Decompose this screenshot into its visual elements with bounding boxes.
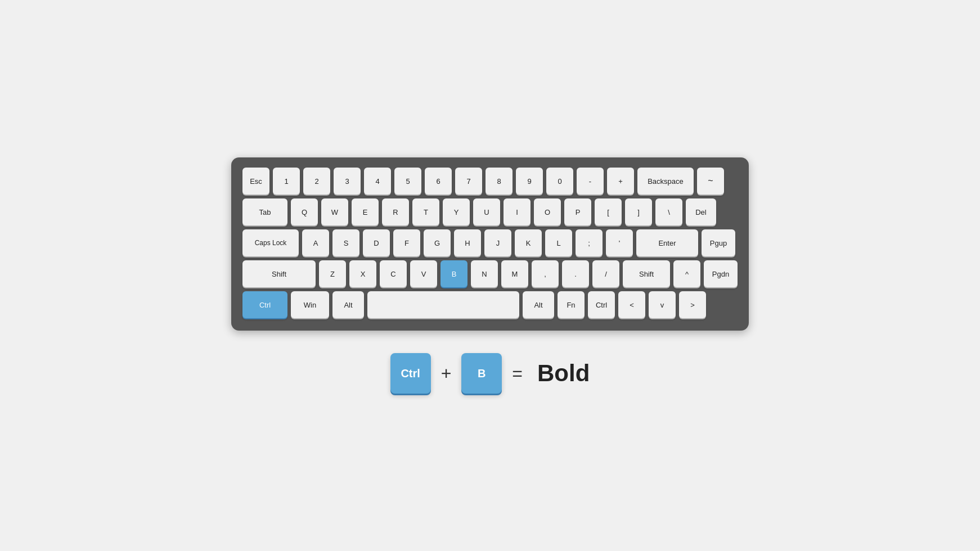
key-r[interactable]: R	[382, 198, 409, 225]
key->[interactable]: >	[679, 291, 706, 318]
key-/[interactable]: /	[592, 260, 619, 287]
key-n[interactable]: N	[471, 260, 498, 287]
key-1[interactable]: 1	[273, 168, 300, 195]
key-,[interactable]: ,	[532, 260, 559, 287]
key-a[interactable]: A	[302, 229, 329, 256]
key-k[interactable]: K	[515, 229, 542, 256]
key-z[interactable]: Z	[319, 260, 346, 287]
shortcut-label: Bold	[537, 360, 590, 387]
key-;[interactable]: ;	[576, 229, 603, 256]
key-s[interactable]: S	[332, 229, 359, 256]
key-.[interactable]: .	[562, 260, 589, 287]
key-3[interactable]: 3	[334, 168, 361, 195]
key-x[interactable]: X	[349, 260, 376, 287]
key-esc[interactable]: Esc	[242, 168, 269, 195]
key-space[interactable]	[367, 291, 519, 318]
key-ctrl[interactable]: Ctrl	[242, 291, 287, 318]
key-p[interactable]: P	[564, 198, 591, 225]
key-del[interactable]: Del	[686, 198, 716, 225]
key-caps-lock[interactable]: Caps Lock	[242, 229, 299, 256]
key-row-row3: Caps LockASDFGHJKL;'EnterPgup	[242, 229, 738, 256]
key-row-row2: TabQWERTYUIOP[]\Del	[242, 198, 738, 225]
key-^[interactable]: ^	[673, 260, 700, 287]
key-alt[interactable]: Alt	[332, 291, 364, 318]
key-c[interactable]: C	[380, 260, 407, 287]
key-t[interactable]: T	[412, 198, 439, 225]
key-~[interactable]: ~	[697, 168, 724, 195]
key-\[interactable]: \	[655, 198, 682, 225]
key-v[interactable]: v	[649, 291, 676, 318]
key-win[interactable]: Win	[291, 291, 329, 318]
key-'[interactable]: '	[606, 229, 633, 256]
shortcut-plus: +	[441, 363, 452, 384]
keyboard: Esc1234567890-+Backspace~TabQWERTYUIOP[]…	[231, 157, 749, 331]
key-[[interactable]: [	[595, 198, 622, 225]
key-b[interactable]: B	[440, 260, 467, 287]
key-alt[interactable]: Alt	[523, 291, 554, 318]
key-f[interactable]: F	[393, 229, 420, 256]
key-e[interactable]: E	[352, 198, 379, 225]
key-j[interactable]: J	[484, 229, 511, 256]
key-][interactable]: ]	[625, 198, 652, 225]
key-8[interactable]: 8	[485, 168, 513, 195]
key-0[interactable]: 0	[546, 168, 573, 195]
key-2[interactable]: 2	[303, 168, 330, 195]
key-pgup[interactable]: Pgup	[702, 229, 735, 256]
key-<[interactable]: <	[618, 291, 645, 318]
key-6[interactable]: 6	[425, 168, 452, 195]
key-o[interactable]: O	[534, 198, 561, 225]
key-backspace[interactable]: Backspace	[637, 168, 694, 195]
key-w[interactable]: W	[321, 198, 348, 225]
shortcut-equals: =	[512, 363, 523, 384]
keyboard-wrapper: Esc1234567890-+Backspace~TabQWERTYUIOP[]…	[231, 157, 749, 394]
key-tab[interactable]: Tab	[242, 198, 287, 225]
key-y[interactable]: Y	[443, 198, 470, 225]
key-v[interactable]: V	[410, 260, 437, 287]
key-enter[interactable]: Enter	[636, 229, 698, 256]
key-row-row4: ShiftZXCVBNM,./Shift^Pgdn	[242, 260, 738, 287]
key-pgdn[interactable]: Pgdn	[704, 260, 738, 287]
key-ctrl[interactable]: Ctrl	[588, 291, 615, 318]
shortcut-display: Ctrl + B = Bold	[390, 353, 590, 394]
key--[interactable]: -	[577, 168, 604, 195]
key-shift[interactable]: Shift	[242, 260, 316, 287]
key-d[interactable]: D	[363, 229, 390, 256]
key-row-row5: CtrlWinAltAltFnCtrl<v>	[242, 291, 738, 318]
key-l[interactable]: L	[545, 229, 572, 256]
key-u[interactable]: U	[473, 198, 500, 225]
key-9[interactable]: 9	[516, 168, 543, 195]
key-h[interactable]: H	[454, 229, 481, 256]
key-m[interactable]: M	[501, 260, 528, 287]
shortcut-b-key: B	[461, 353, 502, 394]
key-shift[interactable]: Shift	[623, 260, 670, 287]
key-i[interactable]: I	[504, 198, 531, 225]
key-+[interactable]: +	[607, 168, 634, 195]
shortcut-ctrl-key: Ctrl	[390, 353, 431, 394]
key-q[interactable]: Q	[291, 198, 318, 225]
key-row-row1: Esc1234567890-+Backspace~	[242, 168, 738, 195]
key-fn[interactable]: Fn	[558, 291, 585, 318]
key-4[interactable]: 4	[364, 168, 391, 195]
key-g[interactable]: G	[424, 229, 451, 256]
key-7[interactable]: 7	[455, 168, 482, 195]
key-5[interactable]: 5	[394, 168, 421, 195]
